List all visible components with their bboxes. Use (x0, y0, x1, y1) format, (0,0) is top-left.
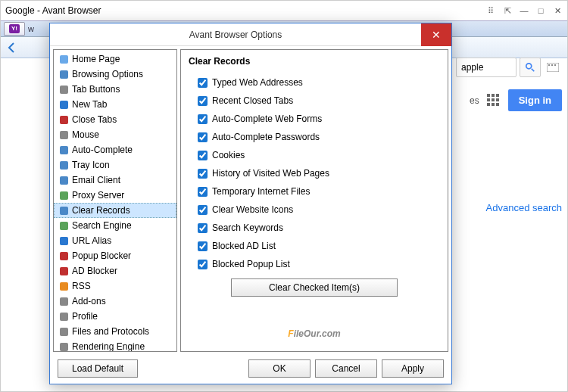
watermark-f: F (288, 328, 293, 339)
dialog-title: Avant Browser Options (50, 30, 421, 40)
sidebar-item-new-tab[interactable]: New Tab (54, 97, 176, 112)
sidebar-item-mouse[interactable]: Mouse (54, 127, 176, 142)
sidebar-item-home-page[interactable]: Home Page (54, 51, 176, 67)
load-default-button[interactable]: Load Default (58, 359, 138, 378)
sidebar-item-search-engine[interactable]: Search Engine (54, 218, 176, 233)
svg-rect-10 (60, 116, 68, 124)
check-row-blocked-ad-list: Blocked AD List (198, 241, 440, 251)
checkbox-label: Cookies (212, 150, 245, 160)
sidebar-item-auto-complete[interactable]: Auto-Complete (54, 142, 176, 157)
checkbox-label: Recent Closed Tabs (212, 95, 293, 106)
signin-button[interactable]: Sign in (508, 89, 562, 111)
sidebar-item-label: URL Alias (72, 235, 111, 247)
header-row: es Sign in (456, 89, 562, 111)
ok-button[interactable]: OK (248, 359, 311, 378)
sidebar-item-label: New Tab (72, 98, 107, 110)
search-value: apple (461, 62, 483, 73)
auto-complete-icon (58, 145, 69, 155)
sidebar-item-url-alias[interactable]: URL Alias (54, 233, 176, 248)
check-row-clear-website-icons: Clear Website Icons (198, 204, 440, 215)
svg-rect-9 (60, 101, 68, 109)
checkbox-auto-complete-passwords[interactable] (198, 132, 208, 142)
sidebar-item-tab-buttons[interactable]: Tab Buttons (54, 82, 176, 97)
svg-rect-23 (60, 313, 68, 321)
sidebar-item-files-and-protocols[interactable]: Files and Protocols (54, 324, 176, 339)
language-link[interactable]: es (470, 95, 479, 106)
check-row-cookies: Cookies (198, 150, 440, 160)
back-button[interactable] (4, 39, 20, 56)
sidebar-item-label: Email Client (72, 174, 120, 186)
minimize-icon[interactable]: ⇱ (502, 5, 513, 16)
sidebar-item-label: Rendering Engine (72, 341, 145, 352)
dialog-body: Home PageBrowsing OptionsTab ButtonsNew … (50, 46, 451, 355)
content-title: Clear Records (189, 56, 440, 67)
sidebar-item-rendering-engine[interactable]: Rendering Engine (54, 339, 176, 352)
svg-rect-11 (60, 131, 68, 139)
checkbox-clear-website-icons[interactable] (198, 205, 208, 215)
checkbox-label: Blocked Popup List (212, 259, 290, 269)
check-row-search-keywords: Search Keywords (198, 222, 440, 233)
checkbox-label: Blocked AD List (212, 241, 276, 251)
back-arrow-icon (6, 42, 18, 54)
tab-yahoo[interactable]: Y! (4, 22, 25, 36)
svg-rect-18 (60, 237, 68, 245)
svg-rect-3 (548, 64, 550, 66)
sidebar-item-browsing-options[interactable]: Browsing Options (54, 67, 176, 82)
checkbox-search-keywords[interactable] (198, 223, 208, 233)
checkbox-auto-complete-web-forms[interactable] (198, 114, 208, 124)
sidebar-item-rss[interactable]: RSS (54, 278, 176, 294)
sidebar-item-proxy-server[interactable]: Proxy Server (54, 188, 176, 203)
options-sidebar: Home PageBrowsing OptionsTab ButtonsNew … (53, 49, 177, 352)
window-title: Google - Avant Browser (5, 5, 101, 16)
sidebar-item-clear-records[interactable]: Clear Records (54, 203, 176, 218)
proxy-server-icon (58, 190, 69, 201)
svg-rect-6 (60, 55, 68, 64)
keyboard-button[interactable] (544, 58, 562, 77)
watermark: FileOur.com (181, 323, 448, 341)
apps-icon[interactable]: ⠿ (485, 5, 496, 16)
checkbox-label: Clear Website Icons (212, 204, 293, 215)
check-row-auto-complete-web-forms: Auto-Complete Web Forms (198, 114, 440, 124)
svg-rect-15 (60, 191, 68, 200)
search-button[interactable] (520, 58, 541, 77)
checkbox-history-of-visited-web-pages[interactable] (198, 169, 208, 179)
page-content: apple es Sign in Advanced search (456, 58, 562, 213)
checkbox-blocked-popup-list[interactable] (198, 260, 208, 269)
sidebar-item-ad-blocker[interactable]: AD Blocker (54, 263, 176, 278)
checkbox-typed-web-addresses[interactable] (198, 78, 208, 88)
advanced-search-link[interactable]: Advanced search (456, 202, 562, 213)
checkbox-recent-closed-tabs[interactable] (198, 96, 208, 106)
maximize-button[interactable]: □ (535, 5, 546, 16)
checkbox-list: Typed Web AddressesRecent Closed TabsAut… (189, 77, 440, 269)
minimize-button[interactable]: — (519, 5, 529, 16)
home-page-icon (58, 54, 69, 64)
checkbox-label: Typed Web Addresses (212, 77, 303, 88)
close-button[interactable]: ✕ (552, 5, 563, 16)
svg-rect-12 (60, 146, 68, 154)
sidebar-item-email-client[interactable]: Email Client (54, 173, 176, 188)
checkbox-blocked-ad-list[interactable] (198, 241, 208, 251)
sidebar-item-label: Close Tabs (72, 114, 117, 126)
add-ons-icon (58, 296, 69, 306)
sidebar-item-close-tabs[interactable]: Close Tabs (54, 112, 176, 127)
sidebar-item-tray-icon[interactable]: Tray Icon (54, 157, 176, 173)
sidebar-item-label: RSS (72, 280, 91, 292)
clear-checked-button[interactable]: Clear Checked Item(s) (231, 278, 398, 297)
url-alias-icon (58, 235, 69, 246)
google-apps-icon[interactable] (487, 94, 501, 107)
sidebar-item-profile[interactable]: Profile (54, 309, 176, 324)
svg-rect-7 (60, 70, 68, 79)
check-row-history-of-visited-web-pages: History of Visited Web Pages (198, 168, 440, 179)
tab-buttons-icon (58, 84, 69, 95)
dialog-close-button[interactable]: ✕ (421, 23, 451, 46)
svg-rect-20 (60, 267, 68, 275)
checkbox-cookies[interactable] (198, 151, 208, 160)
sidebar-item-popup-blocker[interactable]: Popup Blocker (54, 248, 176, 263)
cancel-button[interactable]: Cancel (315, 359, 377, 378)
apply-button[interactable]: Apply (382, 359, 444, 378)
sidebar-item-add-ons[interactable]: Add-ons (54, 294, 176, 309)
checkbox-temporary-internet-files[interactable] (198, 187, 208, 197)
check-row-auto-complete-passwords: Auto-Complete Passwords (198, 132, 440, 142)
svg-rect-24 (60, 328, 68, 336)
search-input[interactable]: apple (456, 58, 517, 77)
